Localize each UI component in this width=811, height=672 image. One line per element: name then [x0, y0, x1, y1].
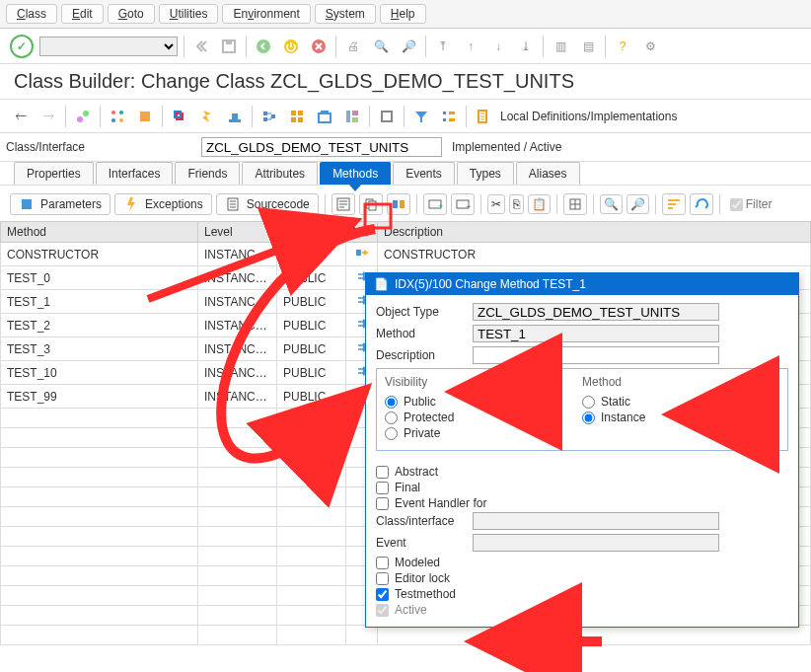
copy2-button[interactable]: ⎘ — [509, 194, 524, 214]
nav-next-icon[interactable]: 🡒 — [37, 106, 59, 127]
svg-rect-26 — [352, 111, 358, 115]
svg-point-7 — [111, 111, 115, 114]
paste-button[interactable]: 📋 — [528, 194, 551, 214]
chk-testmethod[interactable]: Testmethod — [376, 587, 788, 601]
expand-tree-icon[interactable] — [438, 106, 460, 127]
delete-row-button[interactable]: − — [451, 193, 475, 215]
menu-class[interactable]: Class — [6, 4, 57, 24]
tab-aliases[interactable]: Aliases — [516, 162, 580, 185]
sourcecode-button[interactable]: Sourcecode — [216, 193, 319, 215]
display-object-icon[interactable] — [72, 106, 94, 127]
dialog-title-bar[interactable]: 📄 IDX(5)/100 Change Method TEST_1 — [366, 273, 798, 295]
find-icon[interactable]: 🔍 — [370, 36, 392, 57]
shortcut-icon[interactable]: ▤ — [577, 36, 599, 57]
object-list-icon[interactable] — [286, 106, 308, 127]
nav-prev-icon[interactable]: 🡐 — [10, 106, 32, 127]
customize-icon[interactable]: ⚙ — [639, 36, 661, 57]
svg-point-8 — [119, 111, 123, 114]
filter-toggle[interactable]: Filter — [730, 197, 773, 211]
class-browser-icon[interactable] — [314, 106, 335, 127]
sort-button[interactable] — [662, 193, 686, 215]
svg-rect-32 — [449, 118, 455, 121]
other-object-icon[interactable] — [107, 106, 128, 127]
exceptions-button[interactable]: Exceptions — [114, 193, 212, 215]
svg-rect-49 — [356, 250, 361, 256]
menu-environment[interactable]: Environment — [222, 4, 310, 24]
enhance-icon[interactable] — [134, 106, 156, 127]
select-all-button[interactable] — [563, 193, 587, 215]
activate-icon[interactable] — [196, 106, 218, 127]
help-icon[interactable]: ? — [612, 36, 633, 57]
description-field[interactable] — [473, 346, 719, 364]
print-icon[interactable]: 🖨 — [342, 36, 364, 57]
visibility-private[interactable]: Private — [385, 426, 582, 440]
tab-events[interactable]: Events — [393, 162, 455, 185]
menubar: Class Edit Goto Utilities Environment Sy… — [0, 0, 811, 29]
cut-button[interactable]: ✂ — [487, 194, 505, 214]
insert-row-button[interactable]: + — [423, 193, 447, 215]
detail-view-button[interactable] — [332, 193, 355, 215]
nav-exit-icon[interactable] — [280, 36, 302, 57]
chk-modeled[interactable]: Modeled — [376, 556, 788, 569]
tab-attributes[interactable]: Attributes — [242, 162, 318, 185]
local-defs-link[interactable]: Local Definitions/Implementations — [500, 110, 677, 123]
tab-methods[interactable]: Methods — [320, 162, 391, 185]
find-next2-button[interactable]: 🔎 — [627, 194, 649, 214]
svg-rect-34 — [22, 199, 32, 209]
tab-types[interactable]: Types — [457, 162, 514, 185]
last-page-icon[interactable]: ⤓ — [515, 36, 537, 57]
visibility-protected[interactable]: Protected — [385, 411, 582, 424]
next-page-icon[interactable]: ↓ — [487, 36, 509, 57]
nav-back-icon[interactable] — [253, 36, 274, 57]
visibility-public[interactable]: Public — [385, 395, 582, 409]
chk-editor-lock[interactable]: Editor lock — [376, 571, 788, 585]
tab-properties[interactable]: Properties — [14, 162, 94, 185]
find-next-icon[interactable]: 🔎 — [398, 36, 419, 57]
col-level[interactable]: Level — [198, 222, 277, 243]
table-row[interactable] — [1, 626, 811, 645]
hierarchy-icon[interactable] — [376, 106, 398, 127]
system-toolbar: ✓ 🖨 🔍 🔎 ⤒ ↑ ↓ ⤓ ▥ ▤ ? ⚙ — [0, 29, 811, 64]
col-method[interactable]: Method — [1, 222, 198, 243]
new-session-icon[interactable]: ▥ — [550, 36, 571, 57]
parameters-button[interactable]: Parameters — [10, 193, 111, 215]
command-field[interactable] — [39, 37, 178, 56]
where-used-icon[interactable] — [258, 106, 280, 127]
chk-abstract[interactable]: Abstract — [376, 465, 788, 479]
class-interface-input[interactable] — [201, 137, 442, 157]
redefine-button[interactable] — [387, 193, 410, 215]
menu-goto[interactable]: Goto — [108, 4, 155, 24]
object-nav-icon[interactable] — [341, 106, 363, 127]
nav-cancel-icon[interactable] — [308, 36, 330, 57]
test-icon[interactable] — [224, 106, 246, 127]
prev-page-icon[interactable]: ↑ — [460, 36, 481, 57]
col-visibility[interactable]: Visibility — [277, 222, 346, 243]
back-icon[interactable] — [190, 36, 212, 57]
check-icon[interactable] — [169, 106, 190, 127]
first-page-icon[interactable]: ⤒ — [432, 36, 454, 57]
menu-help[interactable]: Help — [380, 4, 426, 24]
chk-final[interactable]: Final — [376, 481, 788, 494]
tabstrip: Properties Interfaces Friends Attributes… — [0, 162, 811, 186]
svg-rect-17 — [263, 117, 267, 121]
tab-interfaces[interactable]: Interfaces — [96, 162, 174, 185]
save-icon[interactable] — [218, 36, 240, 57]
document-icon[interactable] — [473, 106, 494, 127]
table-row[interactable]: CONSTRUCTORINSTANC…PUBLICCONSTRUCTOR — [1, 243, 811, 266]
find2-button[interactable]: 🔍 — [600, 194, 623, 214]
menu-system[interactable]: System — [315, 4, 376, 24]
menu-edit[interactable]: Edit — [61, 4, 104, 24]
svg-rect-46 — [668, 199, 680, 201]
undo-button[interactable] — [690, 193, 713, 215]
menu-utilities[interactable]: Utilities — [159, 4, 219, 24]
ok-button[interactable]: ✓ — [10, 35, 34, 58]
method-static[interactable]: Static — [582, 395, 779, 409]
copy-button[interactable] — [359, 193, 383, 215]
svg-rect-27 — [352, 117, 358, 122]
chk-event-handler[interactable]: Event Handler for — [376, 496, 788, 510]
col-m[interactable]: M.. — [346, 222, 378, 243]
method-instance[interactable]: Instance — [582, 411, 779, 424]
col-description[interactable]: Description — [378, 222, 811, 243]
tab-friends[interactable]: Friends — [175, 162, 240, 185]
filter-icon[interactable] — [410, 106, 432, 127]
